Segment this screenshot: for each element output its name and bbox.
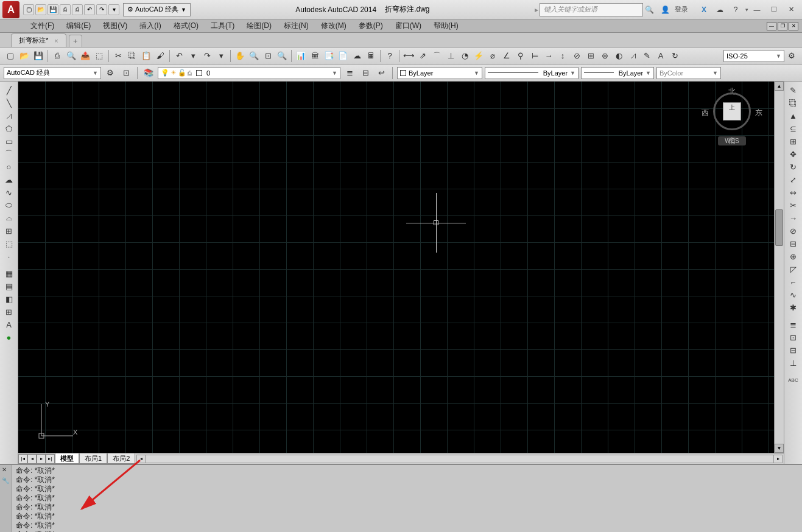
qat-print-icon[interactable]: ⎙ [72, 4, 83, 15]
dim-arc-icon[interactable]: ⌒ [430, 49, 443, 63]
document-tab-close-icon[interactable]: × [54, 37, 58, 44]
ws-save-icon[interactable]: ⊡ [119, 66, 133, 80]
design-center-icon[interactable]: 🏛 [308, 49, 322, 63]
layout-tab-1[interactable]: 布局1 [79, 453, 107, 464]
dim-space-icon[interactable]: ↕ [556, 49, 569, 63]
scroll-thumb[interactable] [775, 209, 783, 246]
arc-icon[interactable]: ⌒ [2, 148, 16, 160]
menu-item-4[interactable]: 格式(O) [167, 19, 205, 32]
cmd-close-icon[interactable]: ✕ [2, 466, 10, 475]
menu-item-1[interactable]: 编辑(E) [60, 19, 97, 32]
login-label[interactable]: 登录 [675, 5, 688, 14]
polygon-icon[interactable]: ⬠ [2, 122, 16, 135]
qat-saveas-icon[interactable]: ⎙ [60, 4, 71, 15]
layer-dropdown[interactable]: 💡 ☀ 🔓 ⎙ 0 ▼ [158, 67, 340, 79]
explode-icon[interactable]: ✱ [786, 301, 801, 313]
command-history[interactable]: 命令: *取消*命令: *取消*命令: *取消*命令: *取消*命令: *取消*… [12, 465, 802, 532]
menu-item-5[interactable]: 工具(T) [205, 19, 241, 32]
chamfer-icon[interactable]: ◸ [786, 263, 801, 275]
scale-icon[interactable]: ⤢ [786, 173, 801, 186]
layout-tab-model[interactable]: 模型 [55, 453, 79, 464]
blend-icon[interactable]: ∿ [786, 289, 801, 301]
pan-icon[interactable]: ✋ [233, 49, 247, 63]
preview-icon[interactable]: 🔍 [65, 49, 78, 63]
table-icon[interactable]: ⊞ [2, 306, 16, 318]
properties-icon[interactable]: 📊 [294, 49, 308, 63]
dim-continue-icon[interactable]: → [542, 49, 555, 63]
addselected-icon[interactable]: ● [2, 331, 16, 343]
copy-obj-icon[interactable]: ⿻ [786, 97, 801, 109]
group-icon[interactable]: ⊡ [786, 331, 801, 343]
dim-linear-icon[interactable]: ⟷ [402, 49, 415, 63]
binoculars-icon[interactable]: 🔍 [643, 4, 655, 16]
tolerance-icon[interactable]: ⊞ [584, 49, 597, 63]
workspace-select[interactable]: AutoCAD 经典 ▼ [4, 67, 101, 79]
close-button[interactable]: ✕ [783, 3, 800, 16]
help-icon[interactable]: ? [730, 4, 742, 16]
fillet-icon[interactable]: ⌐ [786, 276, 801, 288]
viewcube-top-face[interactable]: 上 [723, 102, 741, 121]
qat-redo-icon[interactable]: ↷ [96, 4, 107, 15]
dim-quick-icon[interactable]: ⚲ [514, 49, 527, 63]
circle-icon[interactable]: ○ [2, 161, 16, 173]
dim-radius-icon[interactable]: ◔ [458, 49, 471, 63]
redo-icon[interactable]: ↷ [200, 49, 214, 63]
search-input[interactable]: 键入关键字或短语 [540, 3, 643, 16]
join-icon[interactable]: ⊕ [786, 250, 801, 262]
center-mark-icon[interactable]: ⊕ [598, 49, 611, 63]
array-icon[interactable]: ⊞ [786, 135, 801, 147]
menu-item-8[interactable]: 修改(M) [315, 19, 353, 32]
vertical-scrollbar[interactable]: ▲ ▼ [774, 82, 784, 453]
layer-iso-icon[interactable]: ⊟ [359, 66, 372, 80]
minimize-button[interactable]: — [748, 3, 765, 16]
horizontal-scrollbar[interactable]: ◂ ▸ [136, 455, 783, 463]
dim-update-icon[interactable]: ↻ [668, 49, 681, 63]
hatch-icon[interactable]: ▦ [2, 267, 16, 279]
linetype-dropdown[interactable]: ByLayer ▼ [485, 67, 579, 79]
dim-tedit-icon[interactable]: A [654, 49, 667, 63]
zoom-win-icon[interactable]: ⊡ [261, 49, 275, 63]
match-icon[interactable]: 🖌 [153, 49, 167, 63]
qat-open-icon[interactable]: 📂 [35, 4, 46, 15]
ungroup-icon[interactable]: ⊟ [786, 344, 801, 356]
offset-icon[interactable]: ⊆ [786, 122, 801, 135]
cut-icon[interactable]: ✂ [111, 49, 125, 63]
move-icon[interactable]: ✥ [786, 148, 801, 160]
ws-settings-icon[interactable]: ⚙ [104, 66, 117, 80]
undo-dd-icon[interactable]: ▾ [186, 49, 200, 63]
qat-more-icon[interactable]: ▾ [108, 4, 119, 15]
print-icon[interactable]: ⎙ [51, 49, 64, 63]
maximize-button[interactable]: ☐ [765, 3, 783, 16]
dim-style-mgr-icon[interactable]: ⚙ [785, 49, 798, 63]
viewcube[interactable]: 北 西 上 东 南 WCS [698, 86, 765, 166]
redo-dd-icon[interactable]: ▾ [214, 49, 228, 63]
zoom-rt-icon[interactable]: 🔍 [247, 49, 261, 63]
ellipse-icon[interactable]: ⬭ [2, 199, 16, 211]
workspace-dropdown[interactable]: ⚙ AutoCAD 经典 ▼ [123, 3, 191, 16]
user-icon[interactable]: 👤 [659, 4, 671, 16]
menu-item-0[interactable]: 文件(F) [24, 19, 60, 32]
help-icon-2[interactable]: ? [383, 49, 396, 63]
mtext-icon[interactable]: A [2, 318, 16, 331]
draworder-icon[interactable]: ≣ [786, 318, 801, 331]
layer-prop-icon[interactable]: 📚 [142, 66, 155, 80]
menu-item-2[interactable]: 视图(V) [97, 19, 133, 32]
menu-item-6[interactable]: 绘图(D) [241, 19, 278, 32]
region-icon[interactable]: ◧ [2, 293, 16, 305]
layer-prev-icon[interactable]: ↩ [375, 66, 388, 80]
dim-ordinate-icon[interactable]: ⊥ [444, 49, 457, 63]
cloud-icon[interactable]: ☁ [714, 4, 726, 16]
dim-break-icon[interactable]: ⊘ [570, 49, 583, 63]
drawing-canvas[interactable]: Y X 北 西 上 东 南 WCS [18, 82, 774, 453]
gradient-icon[interactable]: ▤ [2, 280, 16, 292]
doc-close-button[interactable]: ✕ [789, 22, 798, 30]
command-window-handle[interactable]: ✕ 🔧 [0, 465, 12, 532]
layout-tab-2[interactable]: 布局2 [107, 453, 135, 464]
sheet-set-icon[interactable]: 📄 [336, 49, 350, 63]
scroll-right-button[interactable]: ▸ [773, 455, 782, 463]
save-icon[interactable]: 💾 [32, 49, 45, 63]
publish-icon[interactable]: 📤 [79, 49, 92, 63]
copy-icon[interactable]: ⿻ [125, 49, 139, 63]
dim-jogged-icon[interactable]: ⚡ [472, 49, 485, 63]
revcloud-icon[interactable]: ☁ [2, 173, 16, 186]
